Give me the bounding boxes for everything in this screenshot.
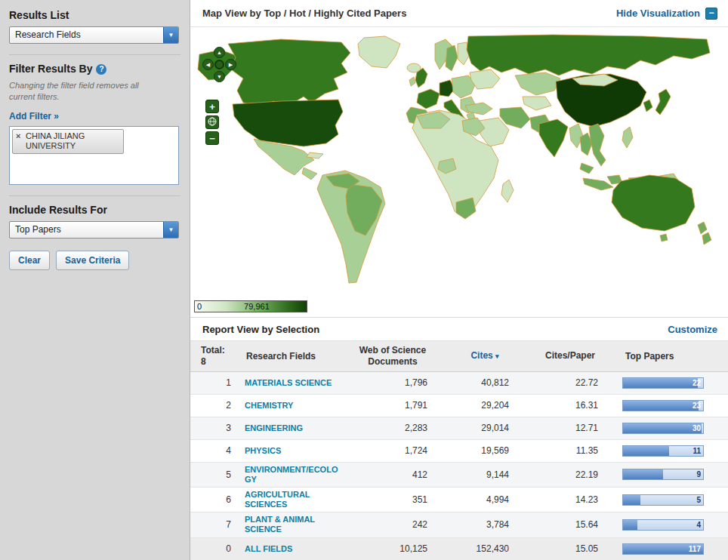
filter-heading-label: Filter Results By xyxy=(9,63,92,75)
cites-sort-header[interactable]: Cites ▾ xyxy=(444,341,526,371)
top-papers-bar: 9 xyxy=(622,469,704,480)
region-kazakhstan[interactable] xyxy=(515,72,560,95)
pan-up-button[interactable]: ▲ xyxy=(214,47,225,58)
pan-center-knob[interactable] xyxy=(214,60,224,69)
region-south-korea[interactable] xyxy=(643,100,652,112)
region-central-america[interactable] xyxy=(302,168,317,180)
region-sweden[interactable] xyxy=(446,45,458,71)
cites-per-paper-header: Cites/Paper xyxy=(526,341,615,371)
top-papers-header: Top Papers xyxy=(615,341,728,371)
include-results-heading: Include Results For xyxy=(9,204,180,216)
choropleth-world-map[interactable] xyxy=(190,33,728,287)
region-new-zealand-north[interactable] xyxy=(698,222,707,234)
save-criteria-button[interactable]: Save Criteria xyxy=(56,251,129,270)
field-link[interactable]: AGRICULTURAL SCIENCES xyxy=(245,490,338,509)
top-papers-bar: 4 xyxy=(622,519,704,531)
remove-filter-icon[interactable]: × xyxy=(16,131,20,142)
top-papers-bar: 117 xyxy=(622,543,704,555)
help-icon[interactable]: ? xyxy=(96,64,106,75)
sidebar: Results List Research Fields ▼ Filter Re… xyxy=(0,0,190,560)
region-greenland[interactable] xyxy=(358,36,400,68)
field-link[interactable]: ENVIRONMENT/ECOLOGY xyxy=(245,465,338,485)
filter-tag[interactable]: × CHINA JILIANG UNIVERSITY xyxy=(12,129,124,155)
active-filters-box[interactable]: × CHINA JILIANG UNIVERSITY xyxy=(9,126,179,185)
cites-cell: 19,569 xyxy=(444,439,526,462)
cpp-cell: 22.19 xyxy=(526,462,615,487)
cpp-cell: 22.72 xyxy=(526,371,615,394)
collapse-icon[interactable]: − xyxy=(705,8,717,20)
chevron-down-icon: ▼ xyxy=(163,27,178,43)
field-link[interactable]: ALL FIELDS xyxy=(245,544,292,554)
region-france[interactable] xyxy=(417,89,440,109)
region-united-states[interactable] xyxy=(233,100,343,146)
region-japan[interactable] xyxy=(656,89,671,115)
zoom-out-button[interactable]: − xyxy=(205,131,219,145)
research-fields-header: Research Fields xyxy=(242,341,341,371)
region-vietnam[interactable] xyxy=(589,124,606,166)
region-indonesia-sumatra[interactable] xyxy=(583,178,613,190)
results-list-dropdown[interactable]: Research Fields ▼ xyxy=(9,26,179,44)
region-malaysia[interactable] xyxy=(580,163,594,174)
region-australia[interactable] xyxy=(612,175,695,231)
field-link[interactable]: ENGINEERING xyxy=(245,423,303,433)
region-central-asia[interactable] xyxy=(523,97,551,110)
region-philippines[interactable] xyxy=(622,127,633,148)
top-papers-bar: 30 xyxy=(622,423,704,434)
region-russia[interactable] xyxy=(467,35,710,75)
hide-visualization-link[interactable]: Hide Visualization xyxy=(616,8,700,19)
cites-cell: 152,430 xyxy=(444,537,526,560)
pan-left-button[interactable]: ◀ xyxy=(202,59,214,70)
clear-button[interactable]: Clear xyxy=(9,251,50,270)
table-row: 7 PLANT & ANIMAL SCIENCE 242 3,784 15.64… xyxy=(190,512,728,537)
results-list-heading: Results List xyxy=(9,9,180,21)
add-filter-link[interactable]: Add Filter » xyxy=(9,111,59,122)
docs-cell: 1,796 xyxy=(341,371,444,394)
visualization-header: Map View by Top / Hot / Highly Cited Pap… xyxy=(190,0,728,27)
region-madagascar[interactable] xyxy=(501,180,514,202)
field-link[interactable]: PHYSICS xyxy=(245,446,281,456)
docs-cell: 242 xyxy=(341,512,444,537)
table-row: 2 CHEMISTRY 1,791 29,204 16.31 23 xyxy=(190,394,728,417)
field-link[interactable]: CHEMISTRY xyxy=(245,401,293,411)
region-india[interactable] xyxy=(539,119,568,157)
region-canada[interactable] xyxy=(228,39,350,107)
field-link[interactable]: PLANT & ANIMAL SCIENCE xyxy=(245,515,338,534)
region-ireland[interactable] xyxy=(409,77,415,86)
rank-cell: 4 xyxy=(190,439,242,462)
region-new-zealand-south[interactable] xyxy=(702,232,711,245)
top-papers-value: 9 xyxy=(696,470,701,478)
table-row: 3 ENGINEERING 2,283 29,014 12.71 30 xyxy=(190,417,728,439)
top-papers-bar-fill xyxy=(623,495,640,505)
globe-reset-button[interactable] xyxy=(205,115,219,129)
top-papers-bar-fill xyxy=(623,423,702,433)
visualization-title: Map View by Top / Hot / Highly Cited Pap… xyxy=(202,8,406,19)
include-results-dropdown[interactable]: Top Papers ▼ xyxy=(9,221,179,238)
field-link[interactable]: MATERIALS SCIENCE xyxy=(245,378,332,388)
region-tasmania[interactable] xyxy=(660,234,668,242)
cpp-cell: 16.31 xyxy=(526,394,615,417)
world-map-container: ▲ ◀ ▶ ▼ + − xyxy=(190,27,728,317)
rank-cell: 1 xyxy=(190,371,242,394)
top-papers-bar-fill xyxy=(623,378,698,388)
table-row-all-fields: 0 ALL FIELDS 10,125 152,430 15.05 117 xyxy=(190,537,728,560)
top-papers-value: 4 xyxy=(696,521,701,529)
top-papers-value: 30 xyxy=(693,424,701,432)
map-pan-control[interactable]: ▲ ◀ ▶ ▼ xyxy=(202,47,236,82)
docs-cell: 2,283 xyxy=(341,417,444,439)
customize-link[interactable]: Customize xyxy=(668,324,717,335)
top-papers-value: 117 xyxy=(689,545,701,553)
cpp-cell: 15.05 xyxy=(526,537,615,560)
zoom-in-button[interactable]: + xyxy=(205,100,219,113)
table-row: 5 ENVIRONMENT/ECOLOGY 412 9,144 22.19 9 xyxy=(190,462,728,487)
pan-right-button[interactable]: ▶ xyxy=(225,59,236,70)
top-papers-bar: 22 xyxy=(622,377,704,389)
table-row: 4 PHYSICS 1,724 19,569 11.35 11 xyxy=(190,439,728,462)
legend-max-value: 79,961 xyxy=(244,302,270,311)
cites-header-label: Cites xyxy=(470,350,492,361)
cpp-cell: 12.71 xyxy=(526,417,615,439)
docs-cell: 412 xyxy=(341,462,444,487)
region-cuba[interactable] xyxy=(307,152,323,158)
results-list-dropdown-value: Research Fields xyxy=(10,27,163,43)
pan-down-button[interactable]: ▼ xyxy=(214,71,225,82)
rank-cell: 7 xyxy=(190,512,242,537)
